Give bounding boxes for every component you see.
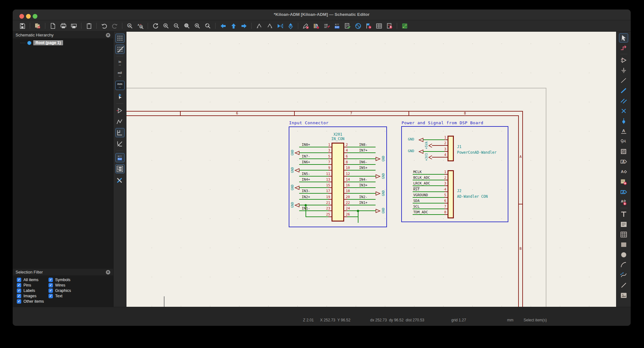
wire[interactable] — [413, 185, 448, 186]
pin-net-label[interactable]: RST — [413, 187, 420, 191]
bus-entry-icon[interactable] — [619, 96, 628, 105]
plot-icon[interactable] — [69, 22, 78, 30]
filter-item[interactable]: ✓ Other items — [17, 299, 48, 304]
sheet-pin-icon[interactable]: A — [619, 188, 628, 196]
zoom-selection-icon[interactable] — [203, 22, 212, 30]
rotate-cw-icon[interactable] — [265, 22, 274, 30]
redo-icon[interactable] — [110, 22, 119, 30]
input-connector-box-title[interactable]: Input Connector — [289, 120, 329, 125]
checkbox-checked-icon[interactable]: ✓ — [48, 288, 53, 293]
checkbox-checked-icon[interactable]: ✓ — [17, 278, 21, 282]
pin-net-label[interactable]: MCLK — [413, 170, 422, 174]
gnd-power-label[interactable]: GND — [408, 137, 414, 141]
hierarchy-close-icon[interactable]: ✕ — [106, 33, 110, 37]
annotate-icon[interactable]: R??R42 — [333, 22, 341, 30]
table-icon[interactable] — [619, 230, 628, 239]
checkbox-checked-icon[interactable]: ✓ — [17, 294, 21, 298]
checkbox-checked-icon[interactable]: ✓ — [17, 283, 21, 287]
gnd-power-label[interactable]: GND — [408, 149, 414, 153]
pin-net-label[interactable]: IN6+ — [302, 160, 310, 164]
schematic-setup-icon[interactable] — [33, 22, 42, 30]
circle-icon[interactable] — [619, 250, 628, 259]
hierarchy-root-label[interactable]: Root (page 1) — [33, 40, 63, 45]
mirror-horizontal-icon[interactable] — [276, 22, 284, 30]
filter-item[interactable]: ✓ Pins — [17, 283, 48, 287]
edit-symbols-icon[interactable] — [301, 22, 310, 30]
connector-pin-row[interactable]: RST 4 — [126, 187, 616, 193]
filter-item[interactable]: ✓ All items — [17, 278, 48, 282]
pin-net-label[interactable]: TDM_ADC — [413, 210, 428, 214]
connector-pin-row[interactable]: +3V3 4 — [126, 153, 616, 158]
45-wires-icon[interactable] — [116, 139, 124, 148]
find-replace-icon[interactable]: AB — [136, 22, 145, 30]
connector-pin-row[interactable]: MCLK 1 — [126, 170, 616, 176]
add-wire-icon[interactable] — [619, 76, 628, 85]
refresh-icon[interactable] — [151, 22, 160, 30]
net-label-icon[interactable]: A — [619, 127, 628, 135]
units-mils-icon[interactable]: mil↔ — [116, 70, 124, 79]
wire[interactable] — [413, 203, 448, 203]
pin-net-label[interactable]: BCLK_ADC — [413, 176, 430, 180]
bom-icon[interactable]: bom — [385, 22, 394, 30]
pin-table-icon[interactable] — [322, 22, 331, 30]
junction-icon[interactable] — [619, 117, 628, 125]
connector-pin-row[interactable]: GND 3 — [126, 147, 616, 153]
wire[interactable] — [299, 164, 328, 165]
cursor-shape-icon[interactable] — [116, 92, 124, 101]
wire[interactable] — [306, 216, 328, 217]
free-angle-wires-icon[interactable] — [116, 117, 124, 126]
add-symbol-icon[interactable] — [619, 56, 628, 64]
filter-item[interactable]: ✓ Graphics — [48, 288, 113, 293]
nav-up-icon[interactable] — [229, 22, 238, 30]
wire[interactable] — [347, 216, 358, 217]
undo-icon[interactable] — [100, 22, 108, 30]
dsp-box-title[interactable]: Power and Signal from DSP Board — [402, 120, 483, 125]
add-bus-icon[interactable] — [619, 86, 628, 95]
hierarchy-root-item[interactable]: Root (page 1) — [20, 40, 113, 45]
filter-item[interactable]: ✓ Symbols — [48, 278, 113, 282]
add-text-icon[interactable] — [619, 210, 628, 218]
wire[interactable] — [413, 214, 448, 215]
selection-filter-close-icon[interactable]: ✕ — [106, 270, 110, 274]
pin-net-label[interactable]: SDA — [413, 199, 420, 203]
hidden-pins-icon[interactable] — [116, 106, 124, 115]
pin-net-label[interactable]: IN6- — [359, 160, 368, 164]
connector-pin-row[interactable]: LRCK_ADC 3 — [126, 181, 616, 187]
pin-net-label[interactable]: LRCK_ADC — [413, 181, 430, 185]
find-icon[interactable]: A — [126, 22, 134, 30]
schematic-canvas[interactable]: 6 7 8 A B Input Connector X201 IN_CON — [126, 32, 616, 307]
wire[interactable] — [413, 197, 448, 198]
filter-item[interactable]: ✓ Wires — [48, 283, 113, 287]
connector-pin-row[interactable]: VGROUND 5 — [126, 193, 616, 199]
symbol-fields-table-icon[interactable] — [375, 22, 383, 30]
add-power-icon[interactable] — [619, 66, 628, 74]
filter-item[interactable]: ✓ Labels — [17, 288, 48, 293]
connector-pin-row[interactable]: SCL 7 — [126, 204, 616, 210]
hv-wires-icon[interactable] — [116, 128, 124, 137]
rotate-ccw-icon[interactable] — [255, 22, 263, 30]
connector-pin-row[interactable]: SDA 6 — [126, 199, 616, 204]
print-icon[interactable] — [59, 22, 68, 30]
units-mm-icon[interactable]: mm↔ — [116, 81, 124, 90]
connector-pin-row[interactable]: IN6+ 7 8 IN6- — [126, 160, 616, 166]
label-properties-icon[interactable]: A — [619, 137, 628, 145]
nav-back-icon[interactable] — [219, 22, 227, 30]
checkbox-checked-icon[interactable]: ✓ — [17, 299, 21, 304]
page-settings-icon[interactable] — [48, 22, 57, 30]
wire[interactable] — [347, 164, 376, 165]
checkbox-checked-icon[interactable]: ✓ — [17, 288, 21, 293]
hierarchy-navigator-icon[interactable] — [116, 164, 124, 173]
nav-forward-icon[interactable] — [240, 22, 248, 30]
connector-pin-row[interactable]: TDM_ADC 8 — [126, 210, 616, 216]
power-rail-label[interactable]: +3V3 — [425, 150, 428, 164]
bezier-icon[interactable] — [619, 271, 628, 279]
wire[interactable] — [413, 174, 448, 175]
text-box-icon[interactable] — [619, 220, 628, 229]
properties-panel-icon[interactable] — [116, 176, 124, 184]
connector-pin-row[interactable]: +5VA 2 — [126, 141, 616, 147]
pin-net-label[interactable]: SCL — [413, 204, 420, 209]
checkbox-checked-icon[interactable]: ✓ — [48, 294, 53, 298]
highlight-net-icon[interactable] — [619, 44, 628, 52]
global-label-icon[interactable]: A — [619, 157, 628, 166]
arc-icon[interactable] — [619, 261, 628, 269]
